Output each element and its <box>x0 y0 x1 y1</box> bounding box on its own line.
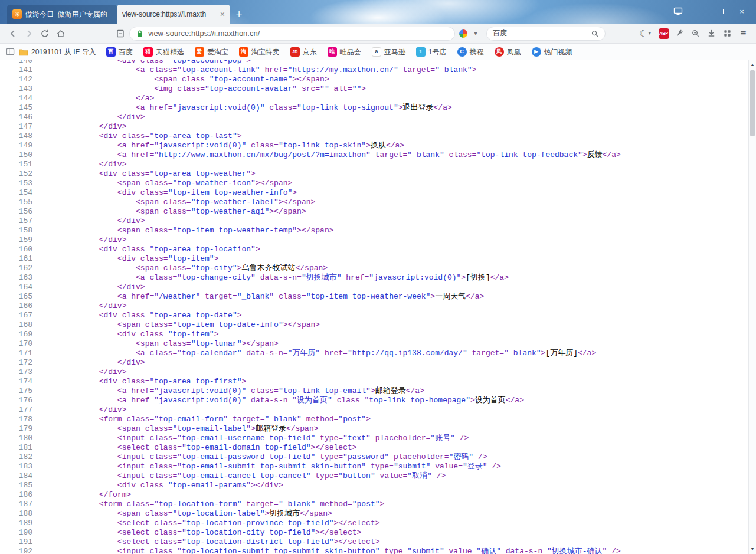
bookmark-item[interactable]: 百百度 <box>101 44 138 60</box>
source-line: 184 <input class="top-email-cancel top-c… <box>0 471 756 481</box>
address-bar[interactable]: view-source:https://i.maxthon.cn/ <box>129 27 455 41</box>
new-tab-button[interactable]: + <box>230 5 248 24</box>
source-line: 145 <a href="javascript:void(0)" class="… <box>0 103 756 113</box>
line-number: 155 <box>0 198 32 207</box>
download-button[interactable] <box>703 26 719 41</box>
tab-view-source[interactable]: view-source:https://i.maxth × <box>117 5 230 24</box>
scroll-up-icon[interactable]: ▲ <box>749 62 756 68</box>
refresh-button[interactable] <box>37 26 53 41</box>
chevron-down-icon: ▾ <box>474 31 477 37</box>
maximize-icon[interactable] <box>712 4 729 18</box>
source-line: 183 <input class="top-email-submit top-s… <box>0 462 756 471</box>
line-number: 186 <box>0 490 32 500</box>
night-mode-button[interactable]: ☾ ▾ <box>634 26 656 41</box>
reader-icon <box>116 29 125 38</box>
apps-button[interactable] <box>719 26 735 41</box>
line-number: 144 <box>0 94 32 103</box>
toolbar-right-cluster: ☾ ▾ ABP <box>634 26 751 41</box>
source-line-code: <a href="javascript:void(0)" data-s-n="设… <box>32 396 524 405</box>
bookmark-favicon-icon: C <box>457 47 467 57</box>
bookmark-item[interactable]: 唯唯品会 <box>322 44 366 60</box>
bookmark-item[interactable]: 凤凤凰 <box>489 44 526 60</box>
refresh-icon <box>40 29 50 38</box>
tab-title: 傲游今日_傲游用户专属的 <box>25 9 112 19</box>
line-number: 190 <box>0 528 32 537</box>
bookmark-item[interactable]: 11号店 <box>411 44 452 60</box>
source-line: 153 <span class="top-weather-icon"></spa… <box>0 179 756 188</box>
bookmark-favicon-icon: JD <box>290 47 300 57</box>
menu-button[interactable]: ≡ <box>735 26 751 41</box>
sidebar-toggle-button[interactable] <box>4 44 17 60</box>
bookmark-item[interactable]: C携程 <box>452 44 489 60</box>
home-icon <box>56 29 66 38</box>
pinwheel-icon <box>459 29 467 38</box>
browser-window: ✳ 傲游今日_傲游用户专属的 view-source:https://i.max… <box>0 0 756 554</box>
chevron-down-icon: ▾ <box>649 31 651 36</box>
vertical-scrollbar[interactable]: ▲ ▼ <box>748 60 756 554</box>
search-box[interactable]: 百度 <box>486 27 606 41</box>
source-line-code: <select class="top-location-city top-fie… <box>32 528 361 537</box>
bookmark-item[interactable]: 爱爱淘宝 <box>189 44 234 60</box>
scroll-down-icon[interactable]: ▼ <box>749 546 756 552</box>
source-line-code: <span class="top-weather-aqi"></span> <box>32 207 306 217</box>
url-text[interactable]: view-source:https://i.maxthon.cn/ <box>148 29 260 38</box>
home-button[interactable] <box>53 26 68 41</box>
tab-title: view-source:https://i.maxth <box>122 10 217 18</box>
bookmark-favicon-icon: a <box>372 47 381 57</box>
collect-button[interactable] <box>455 26 471 41</box>
find-zoom-button[interactable] <box>688 26 703 41</box>
minimize-icon[interactable]: — <box>691 4 708 18</box>
bookmark-item[interactable]: 猫天猫精选 <box>138 44 189 60</box>
source-line: 187 <form class="top-location-form" targ… <box>0 500 756 509</box>
line-number: 142 <box>0 75 32 84</box>
scrollbar-thumb[interactable] <box>750 70 755 136</box>
line-number: 182 <box>0 453 32 462</box>
magnifier-plus-icon <box>691 29 700 38</box>
source-line: 148 <div class="top-area top-last"> <box>0 132 756 141</box>
bookmark-label: 唯品会 <box>340 48 361 55</box>
bookmark-folder-ie-import[interactable]: 20191101 从 IE 导入 <box>17 44 101 60</box>
source-line-code: <img class="top-account-avatar" src="" a… <box>32 84 366 94</box>
menu-icon: ≡ <box>741 28 747 38</box>
bookmark-label: 热门视频 <box>544 48 572 55</box>
bookmarks-list: 百百度猫天猫精选爱爱淘宝淘淘宝特卖JD京东唯唯品会a亚马逊11号店C携程凤凤凰▶… <box>101 44 578 60</box>
source-code-view: 140 <div class="top-account-pop">141 <a … <box>0 60 756 554</box>
line-number: 188 <box>0 509 32 519</box>
monitor-icon <box>673 6 683 16</box>
address-dropdown-button[interactable]: ▾ <box>471 26 480 41</box>
source-line-code: <select class="top-email-domain top-fiel… <box>32 443 357 453</box>
adblock-icon: ABP <box>659 28 669 39</box>
moon-icon: ☾ <box>639 29 647 38</box>
source-line-code: <form class="top-location-form" target="… <box>32 500 384 509</box>
source-line-code: <a href="javascript:void(0)" class="top-… <box>32 141 404 150</box>
tools-button[interactable] <box>672 26 688 41</box>
line-number: 165 <box>0 292 32 301</box>
adblock-button[interactable]: ABP <box>656 26 672 41</box>
wrench-icon <box>675 29 684 38</box>
maxthon-favicon-icon: ✳ <box>12 9 22 19</box>
source-line: 191 <select class="top-location-district… <box>0 537 756 547</box>
bookmark-label: 百度 <box>119 48 133 55</box>
source-line-code: <div class="top-area top-location"> <box>32 245 260 254</box>
line-number: 170 <box>0 339 32 349</box>
tab-strip: ✳ 傲游今日_傲游用户专属的 view-source:https://i.max… <box>7 0 248 24</box>
source-line: 143 <img class="top-account-avatar" src=… <box>0 84 756 94</box>
boss-key-button[interactable] <box>670 4 686 18</box>
source-line: 168 <span class="top-item top-date-info"… <box>0 320 756 330</box>
bookmark-item[interactable]: 淘淘宝特卖 <box>234 44 285 60</box>
bookmark-item[interactable]: ▶热门视频 <box>526 44 578 60</box>
bookmark-item[interactable]: JD京东 <box>285 44 322 60</box>
tab-maxthon-today[interactable]: ✳ 傲游今日_傲游用户专属的 <box>7 5 117 24</box>
bookmark-item[interactable]: a亚马逊 <box>366 44 411 60</box>
back-button[interactable] <box>5 26 21 41</box>
source-line: 164 </div> <box>0 283 756 292</box>
line-number: 181 <box>0 443 32 453</box>
source-line-code: <div class="top-account-pop"> <box>32 60 251 65</box>
reader-mode-button[interactable] <box>112 26 128 41</box>
tab-close-icon[interactable]: × <box>220 10 225 18</box>
forward-button[interactable] <box>21 26 37 41</box>
line-number: 187 <box>0 500 32 509</box>
close-icon[interactable]: × <box>734 4 750 18</box>
bookmark-label: 爱淘宝 <box>207 48 228 55</box>
search-icon[interactable] <box>591 29 599 38</box>
